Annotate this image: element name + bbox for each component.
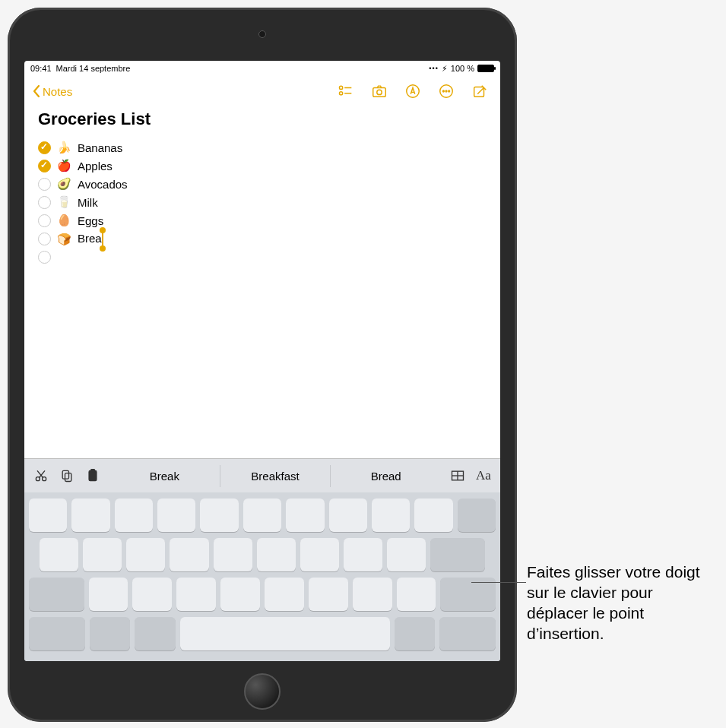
blank-key[interactable]	[387, 538, 426, 571]
item-text[interactable]: Bananas	[78, 141, 122, 154]
check-circle[interactable]	[38, 214, 51, 227]
predictive-left-tools	[24, 468, 109, 483]
keyboard-area: Break Breakfast Bread Aa	[24, 458, 500, 661]
item-emoji: 🍞	[57, 233, 71, 246]
checklist-item[interactable]: 🍎Apples	[38, 157, 487, 175]
blank-key[interactable]	[458, 499, 496, 532]
blank-key[interactable]	[344, 538, 382, 571]
blank-key[interactable]	[176, 578, 216, 611]
item-text[interactable]: Apples	[78, 160, 113, 173]
blank-key[interactable]	[414, 499, 452, 532]
charging-icon: ⚡︎	[442, 64, 448, 74]
kb-row-1	[29, 499, 496, 532]
blank-key[interactable]	[170, 538, 208, 571]
note-body[interactable]: Groceries List 🍌Bananas🍎Apples🥑Avocados🥛…	[24, 106, 500, 458]
copy-icon[interactable]	[59, 468, 75, 483]
paste-icon[interactable]	[85, 468, 100, 483]
kb-row-4	[29, 617, 496, 650]
blank-key[interactable]	[395, 617, 435, 650]
svg-point-2	[339, 92, 342, 95]
blank-key[interactable]	[132, 578, 172, 611]
checklist-item[interactable]	[38, 248, 487, 266]
checklist-icon[interactable]	[338, 83, 354, 100]
blank-key[interactable]	[157, 499, 195, 532]
item-text[interactable]: Avocados	[78, 178, 128, 191]
kb-row-3	[29, 578, 496, 611]
blank-key[interactable]	[40, 538, 78, 571]
item-text[interactable]: Eggs	[78, 214, 103, 227]
blank-key[interactable]	[286, 499, 324, 532]
blank-key[interactable]	[200, 499, 238, 532]
more-icon[interactable]	[438, 83, 455, 100]
spacebar-key[interactable]	[180, 617, 390, 650]
checklist-item[interactable]: 🥚Eggs	[38, 211, 487, 229]
markup-icon[interactable]	[404, 83, 421, 100]
text-format-icon[interactable]: Aa	[476, 468, 491, 483]
blank-key[interactable]	[126, 538, 165, 571]
status-date: Mardi 14 septembre	[56, 64, 131, 73]
status-right: ••• ⚡︎ 100 %	[429, 64, 494, 74]
svg-point-10	[449, 90, 450, 92]
note-title[interactable]: Groceries List	[38, 109, 487, 129]
check-circle[interactable]	[38, 160, 51, 173]
blank-key[interactable]	[89, 578, 128, 611]
blank-key[interactable]	[29, 578, 84, 611]
prediction-2[interactable]: Breakfast	[220, 465, 331, 487]
blank-key[interactable]	[439, 617, 496, 650]
checklist-item[interactable]: 🍌Bananas	[38, 138, 487, 157]
back-button[interactable]: Notes	[32, 84, 72, 98]
camera-icon[interactable]	[371, 83, 388, 100]
checklist-item[interactable]: 🥛Milk	[38, 193, 487, 211]
blank-key[interactable]	[29, 499, 67, 532]
svg-rect-15	[65, 473, 71, 482]
blank-key[interactable]	[214, 538, 252, 571]
blank-key[interactable]	[71, 499, 109, 532]
annotation-text: Faites glisser votre doigt sur le clavie…	[527, 562, 717, 644]
blank-key[interactable]	[265, 578, 304, 611]
blank-key[interactable]	[257, 538, 296, 571]
svg-rect-14	[62, 470, 68, 479]
item-emoji: 🍌	[57, 141, 71, 154]
predictive-right-tools: Aa	[441, 468, 500, 483]
svg-point-9	[445, 90, 447, 92]
table-icon[interactable]	[450, 468, 465, 483]
blank-key[interactable]	[329, 499, 367, 532]
predictive-bar: Break Breakfast Bread Aa	[24, 459, 500, 492]
check-circle[interactable]	[38, 178, 51, 191]
blank-key[interactable]	[115, 499, 153, 532]
home-button[interactable]	[244, 673, 281, 710]
annotation-leader-line	[471, 582, 526, 583]
ipad-device-frame: 09:41 Mardi 14 septembre ••• ⚡︎ 100 % No…	[8, 8, 517, 722]
checklist-item[interactable]: 🍞Brea	[38, 229, 487, 248]
check-circle[interactable]	[38, 251, 51, 264]
blank-key[interactable]	[300, 538, 339, 571]
blank-key[interactable]	[90, 617, 130, 650]
checklist-item[interactable]: 🥑Avocados	[38, 175, 487, 193]
blank-key[interactable]	[397, 578, 436, 611]
blank-key[interactable]	[353, 578, 392, 611]
blank-key[interactable]	[83, 538, 122, 571]
prediction-1[interactable]: Break	[109, 465, 220, 487]
keyboard-trackpad-mode[interactable]	[24, 492, 500, 661]
check-circle[interactable]	[38, 233, 51, 245]
item-emoji: 🥚	[57, 214, 71, 227]
blank-key[interactable]	[309, 578, 348, 611]
cut-icon[interactable]	[33, 468, 49, 483]
blank-key[interactable]	[243, 499, 281, 532]
back-label: Notes	[43, 85, 72, 98]
checklist[interactable]: 🍌Bananas🍎Apples🥑Avocados🥛Milk🥚Eggs🍞Brea	[38, 138, 487, 266]
toolbar-right	[338, 83, 493, 100]
blank-key[interactable]	[29, 617, 85, 650]
item-text[interactable]: Milk	[78, 196, 98, 209]
item-text[interactable]: Brea	[78, 232, 102, 246]
blank-key[interactable]	[220, 578, 260, 611]
check-circle[interactable]	[38, 141, 51, 154]
prediction-3[interactable]: Bread	[330, 465, 441, 487]
compose-icon[interactable]	[471, 83, 488, 100]
check-circle[interactable]	[38, 196, 51, 209]
svg-point-5	[377, 90, 382, 94]
blank-key[interactable]	[372, 499, 410, 532]
blank-key[interactable]	[135, 617, 175, 650]
blank-key[interactable]	[430, 538, 485, 571]
svg-point-0	[339, 86, 342, 89]
